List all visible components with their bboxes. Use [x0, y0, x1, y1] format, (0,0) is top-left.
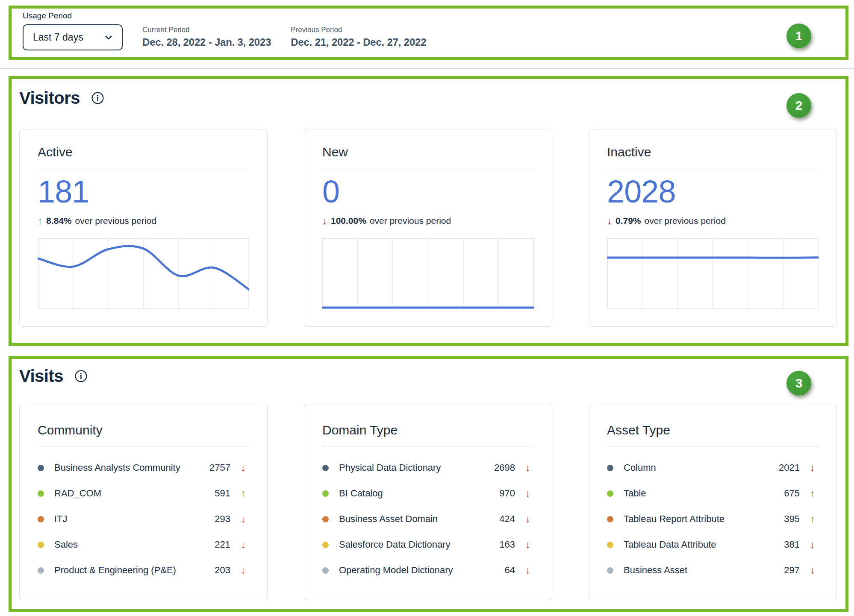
- annotation-badge-2: 2: [786, 93, 811, 118]
- row-label: RAD_COM: [54, 488, 215, 499]
- list-rows: Business Analysts Community 2757 ↓ RAD_C…: [38, 455, 249, 583]
- up-arrow-icon: ↑: [237, 488, 249, 499]
- row-label: Business Asset Domain: [339, 513, 499, 525]
- row-value: 297: [784, 565, 800, 576]
- row-label: ITJ: [54, 513, 215, 525]
- delta-percentage: 8.84%: [46, 216, 72, 226]
- list-row: RAD_COM 591 ↑: [38, 481, 249, 506]
- list-rows: Physical Data Dictionary 2698 ↓ BI Catal…: [322, 455, 534, 583]
- metric-value: 181: [38, 173, 249, 210]
- metric-value: 2028: [607, 173, 819, 210]
- legend-dot-icon: [607, 567, 613, 574]
- usage-period-section: Usage Period Last 7 days Current Period …: [9, 6, 848, 60]
- visits-card-asset-type: Asset Type Column 2021 ↓ Table 675 ↑ Tab…: [589, 404, 837, 600]
- row-value: 675: [784, 488, 800, 499]
- info-icon[interactable]: [91, 91, 104, 105]
- horizontal-divider: [0, 68, 854, 69]
- visits-section: Visits Community Business Analysts Commu…: [9, 356, 848, 612]
- list-row: BI Catalog 970 ↓: [322, 481, 534, 506]
- down-arrow-icon: ↓: [237, 565, 249, 575]
- annotation-badge-3: 3: [786, 371, 811, 396]
- down-arrow-icon: ↓: [237, 540, 249, 550]
- legend-dot-icon: [38, 516, 44, 522]
- visitor-card-active: Active 181 ↑ 8.84% over previous period: [19, 129, 268, 327]
- row-label: Business Asset: [624, 565, 784, 576]
- row-label: Operating Model Dictionary: [339, 565, 505, 576]
- divider: [38, 169, 249, 169]
- visitor-card-new: New 0 ↓ 100.00% over previous period: [304, 129, 552, 327]
- list-row: Operating Model Dictionary 64 ↓: [322, 557, 534, 583]
- visits-header: Visits: [19, 367, 837, 386]
- row-value: 591: [215, 488, 230, 499]
- visits-title: Visits: [19, 367, 63, 386]
- down-arrow-icon: ↓: [522, 540, 534, 550]
- list-rows: Column 2021 ↓ Table 675 ↑ Tableau Report…: [607, 455, 819, 583]
- visits-card-domain-type: Domain Type Physical Data Dictionary 269…: [304, 404, 552, 600]
- list-row: Column 2021 ↓: [607, 455, 819, 481]
- down-arrow-icon: ↓: [522, 463, 534, 473]
- previous-period-label: Previous Period: [291, 26, 426, 34]
- visitor-card-inactive: Inactive 2028 ↓ 0.79% over previous peri…: [589, 129, 837, 327]
- usage-period-dropdown-value: Last 7 days: [33, 32, 83, 43]
- legend-dot-icon: [607, 465, 613, 471]
- row-value: 2698: [494, 462, 515, 473]
- legend-dot-icon: [322, 567, 329, 574]
- row-label: Column: [624, 462, 779, 473]
- list-row: Tableau Data Attribute 381 ↓: [607, 532, 819, 557]
- row-label: Tableau Report Attribute: [624, 513, 784, 525]
- legend-dot-icon: [322, 490, 329, 497]
- row-label: Physical Data Dictionary: [339, 462, 494, 473]
- usage-period-dropdown[interactable]: Last 7 days: [23, 24, 123, 50]
- info-icon[interactable]: [74, 370, 88, 383]
- list-row: Physical Data Dictionary 2698 ↓: [322, 455, 534, 481]
- down-arrow-icon: ↓: [522, 514, 534, 524]
- sparkline-chart: [607, 238, 819, 309]
- row-value: 424: [499, 513, 515, 525]
- list-card-title: Asset Type: [607, 423, 819, 437]
- legend-dot-icon: [322, 542, 329, 548]
- delta-text: over previous period: [370, 216, 451, 226]
- annotation-badge-1: 1: [786, 23, 811, 48]
- row-value: 2757: [209, 462, 230, 473]
- current-period: Current Period Dec. 28, 2022 - Jan. 3, 2…: [142, 24, 271, 48]
- down-arrow-icon: ↓: [322, 216, 327, 226]
- metric-delta: ↓ 100.00% over previous period: [322, 216, 534, 226]
- list-row: Product & Engineering (P&E) 203 ↓: [38, 557, 249, 583]
- legend-dot-icon: [322, 465, 329, 471]
- usage-period-label: Usage Period: [23, 11, 845, 21]
- down-arrow-icon: ↓: [237, 463, 249, 473]
- down-arrow-icon: ↓: [807, 565, 819, 575]
- delta-percentage: 100.00%: [331, 216, 366, 226]
- row-label: Salesforce Data Dictionary: [339, 539, 499, 550]
- metric-card-title: Active: [38, 145, 249, 159]
- list-card-title: Community: [38, 423, 249, 437]
- delta-percentage: 0.79%: [615, 216, 641, 226]
- legend-dot-icon: [322, 516, 329, 522]
- down-arrow-icon: ↓: [522, 565, 534, 575]
- row-label: BI Catalog: [339, 488, 499, 499]
- legend-dot-icon: [38, 490, 44, 497]
- divider: [322, 446, 534, 446]
- legend-dot-icon: [38, 542, 44, 548]
- row-value: 381: [784, 539, 800, 550]
- visitors-section: Visitors Active 181 ↑ 8.84% over previou…: [9, 76, 848, 346]
- row-label: Business Analysts Community: [54, 462, 209, 473]
- previous-period: Previous Period Dec. 21, 2022 - Dec. 27,…: [291, 24, 426, 48]
- current-period-value: Dec. 28, 2022 - Jan. 3, 2023: [142, 36, 271, 48]
- down-arrow-icon: ↓: [807, 540, 819, 550]
- visitors-header: Visitors: [19, 88, 837, 108]
- metric-card-title: New: [322, 145, 534, 159]
- row-value: 293: [215, 513, 230, 525]
- row-label: Table: [624, 488, 784, 499]
- legend-dot-icon: [607, 490, 613, 497]
- delta-text: over previous period: [75, 216, 156, 226]
- usage-period-row: Last 7 days Current Period Dec. 28, 2022…: [23, 24, 845, 50]
- row-value: 203: [215, 565, 230, 576]
- list-row: Sales 221 ↓: [38, 532, 249, 557]
- down-arrow-icon: ↓: [522, 488, 534, 499]
- row-label: Product & Engineering (P&E): [54, 565, 215, 576]
- down-arrow-icon: ↓: [607, 216, 612, 226]
- list-card-title: Domain Type: [322, 423, 534, 437]
- delta-text: over previous period: [645, 216, 726, 226]
- previous-period-value: Dec. 21, 2022 - Dec. 27, 2022: [291, 36, 426, 48]
